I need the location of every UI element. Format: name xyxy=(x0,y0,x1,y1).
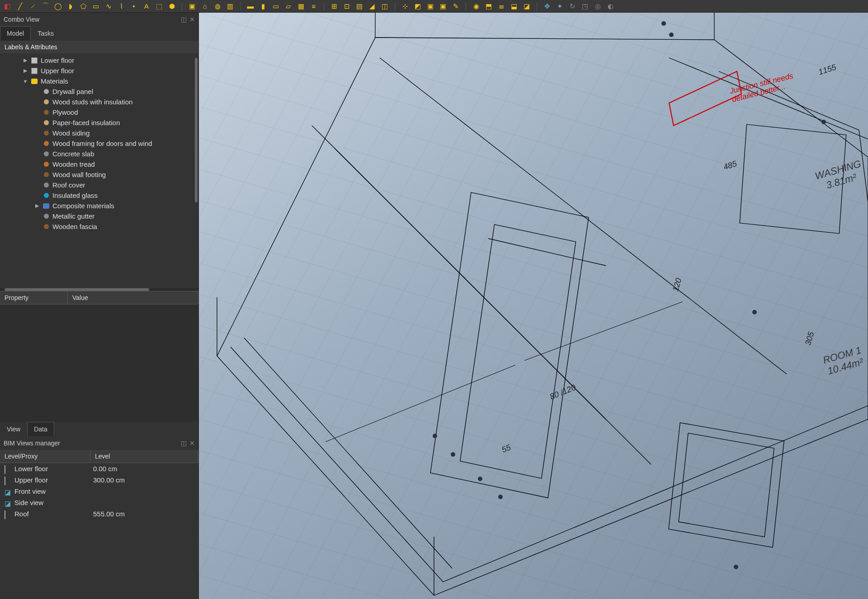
tool-ellipse-icon[interactable]: ◗ xyxy=(66,2,75,11)
tool-material-icon[interactable]: ◉ xyxy=(472,2,481,11)
level-icon xyxy=(5,466,11,472)
toolbar-separator xyxy=(466,2,466,10)
tool-layers-icon[interactable]: ≣ xyxy=(497,2,506,11)
tool-arc-icon[interactable]: ◯ xyxy=(53,2,62,11)
tab-tasks[interactable]: Tasks xyxy=(31,26,61,41)
tree-item[interactable]: Plywood xyxy=(0,107,198,117)
tool-annotation-icon[interactable]: ✎ xyxy=(451,2,460,11)
tree-item[interactable]: Wood siding xyxy=(0,128,198,138)
tool-project-icon[interactable]: ⬓ xyxy=(509,2,519,11)
bim-row[interactable]: ◪Front view xyxy=(0,486,198,497)
tool-text-icon[interactable]: A xyxy=(142,2,151,11)
more-icon[interactable]: ◐ xyxy=(606,2,615,11)
close-icon[interactable]: ✕ xyxy=(189,16,195,23)
globe-icon[interactable]: ◎ xyxy=(593,2,602,11)
tool-column-icon[interactable]: ▮ xyxy=(259,2,268,11)
combo-tabs: Model Tasks xyxy=(0,26,198,41)
tool-wall-icon[interactable]: ▬ xyxy=(246,2,255,11)
bim-row-value: 300.00 cm xyxy=(90,476,198,484)
tool-beam-icon[interactable]: ▭ xyxy=(271,2,280,11)
tool-fillet-icon[interactable]: ⌒ xyxy=(41,2,50,11)
tool-window-icon[interactable]: ⊞ xyxy=(330,2,339,11)
tree-scrollbar[interactable] xyxy=(195,58,198,202)
tool-misc-icon[interactable]: ≡ xyxy=(309,2,318,11)
rotate-icon[interactable]: ↻ xyxy=(568,2,577,11)
tool-wire-icon[interactable]: ⟋ xyxy=(28,2,37,11)
tool-slab-icon[interactable]: ▱ xyxy=(284,2,293,11)
tool-group-icon[interactable]: ⬒ xyxy=(484,2,493,11)
material-dot-icon xyxy=(42,109,50,116)
bim-row[interactable]: Lower floor0.00 cm xyxy=(0,463,198,474)
main-toolbar: ◧ ╱ ⟋ ⌒ ◯ ◗ ⬠ ▭ ∿ ⌇ • A ⬚ ⬢ ▣ ⌂ ◍ ▥ ▬ ▮ … xyxy=(0,0,868,13)
tree-item[interactable]: Drywall panel xyxy=(0,86,198,97)
bim-views-title-bar: BIM Views manager ◫ ✕ xyxy=(0,436,198,450)
tree-item[interactable]: Wooden tread xyxy=(0,159,198,169)
tool-bspline-icon[interactable]: ∿ xyxy=(104,2,113,11)
col-property[interactable]: Property xyxy=(0,291,68,304)
tool-stairs-icon[interactable]: ▤ xyxy=(355,2,364,11)
tree-item[interactable]: Wood framing for doors and wind xyxy=(0,138,198,149)
tree-item[interactable]: Roof cover xyxy=(0,180,198,190)
tab-data[interactable]: Data xyxy=(27,422,54,436)
tool-bezier-icon[interactable]: ⌇ xyxy=(117,2,126,11)
tool-shape-icon[interactable]: ⬢ xyxy=(167,2,176,11)
move-icon[interactable]: ✥ xyxy=(542,2,552,11)
expand-arrow-icon[interactable]: ▶ xyxy=(23,57,28,63)
tool-building-icon[interactable]: ⌂ xyxy=(200,2,209,11)
expand-arrow-icon[interactable]: ▶ xyxy=(23,68,28,74)
bim-row[interactable]: Upper floor300.00 cm xyxy=(0,474,198,486)
tree-item[interactable]: ▶Lower floor xyxy=(0,55,198,66)
tool-cylinder-icon[interactable]: ◍ xyxy=(213,2,222,11)
tool-polygon-icon[interactable]: ⬠ xyxy=(79,2,88,11)
tool-section-icon[interactable]: ◩ xyxy=(413,2,422,11)
tree-item[interactable]: Wood studs with insulation xyxy=(0,97,198,107)
tool-box-icon[interactable]: ▣ xyxy=(188,2,197,11)
tree-item[interactable]: ▶Upper floor xyxy=(0,66,198,76)
tab-model[interactable]: Model xyxy=(0,26,31,41)
app-icon[interactable]: ◧ xyxy=(3,2,12,11)
tool-equipment-icon[interactable]: ▣ xyxy=(439,2,448,11)
tree-item[interactable]: ▶Composite materials xyxy=(0,201,198,211)
bim-row[interactable]: ◪Side view xyxy=(0,497,198,508)
expand-arrow-icon[interactable]: ▼ xyxy=(23,79,28,84)
tree-item[interactable]: Wood wall footing xyxy=(0,169,198,180)
close-icon[interactable]: ✕ xyxy=(189,440,195,447)
tool-rebar-icon[interactable]: ▦ xyxy=(297,2,306,11)
expand-arrow-icon[interactable]: ▶ xyxy=(34,203,40,209)
tree-item[interactable]: Paper-faced insulation xyxy=(0,117,198,128)
tool-site-icon[interactable]: ◪ xyxy=(522,2,531,11)
tool-line-icon[interactable]: ╱ xyxy=(15,2,24,11)
tree-hscroll-thumb[interactable] xyxy=(5,288,149,291)
bim-row[interactable]: Roof555.00 cm xyxy=(0,508,198,519)
snap-point xyxy=(433,434,437,438)
tool-axis-icon[interactable]: ⊹ xyxy=(401,2,410,11)
tree-item[interactable]: ▼Materials xyxy=(0,76,198,86)
col-value[interactable]: Value xyxy=(68,291,198,304)
tree-item[interactable]: Concrete slab xyxy=(0,149,198,159)
level-icon xyxy=(5,477,11,483)
tool-prism-icon[interactable]: ▥ xyxy=(226,2,235,11)
col-level[interactable]: Level xyxy=(90,450,198,463)
tool-face-icon[interactable]: ⬚ xyxy=(155,2,164,11)
detach-icon[interactable]: ◫ xyxy=(181,16,187,23)
tool-furniture-icon[interactable]: ▣ xyxy=(426,2,435,11)
snap-icon[interactable]: ✦ xyxy=(555,2,564,11)
tree-item[interactable]: Metallic gutter xyxy=(0,211,198,221)
tab-view[interactable]: View xyxy=(0,422,27,436)
model-tree[interactable]: ▶Lower floor▶Upper floor▼MaterialsDrywal… xyxy=(0,53,198,288)
tool-rect-icon[interactable]: ▭ xyxy=(91,2,100,11)
tree-item[interactable]: Wooden fascia xyxy=(0,221,198,232)
detach-icon[interactable]: ◫ xyxy=(181,440,187,447)
tool-space-icon[interactable]: ◫ xyxy=(380,2,389,11)
tool-roof-icon[interactable]: ◢ xyxy=(368,2,377,11)
col-level-proxy[interactable]: Level/Proxy xyxy=(0,450,90,463)
tool-door-icon[interactable]: ⊡ xyxy=(342,2,351,11)
tree-item[interactable]: Insulated glass xyxy=(0,190,198,201)
tree-hscroll-track[interactable] xyxy=(0,288,198,291)
3d-viewport[interactable]: 1155 485 305 343 181 55 80 /120 120 WASH… xyxy=(199,13,868,599)
view-cube-icon[interactable]: ◳ xyxy=(580,2,590,11)
svg-rect-2 xyxy=(460,225,576,478)
tool-point-icon[interactable]: • xyxy=(129,2,138,11)
property-panel: Property Value xyxy=(0,291,198,422)
bim-row-name: Front view xyxy=(14,487,46,495)
